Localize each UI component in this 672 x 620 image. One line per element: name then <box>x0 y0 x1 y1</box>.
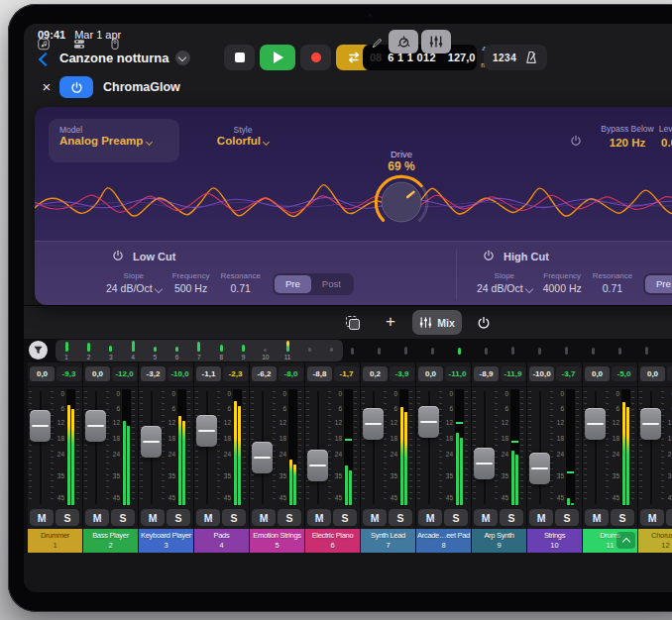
low-cut-slope[interactable]: Slope 24 dB/Oct <box>106 271 162 294</box>
channel-strip-9[interactable]: -8,9 -11,9 061218243545 M S Arp Synth 9 <box>472 362 527 552</box>
high-cut-frequency[interactable]: Frequency 4000 Hz <box>543 271 582 294</box>
mute-button[interactable]: M <box>252 509 276 526</box>
high-cut-pre-button[interactable]: Pre <box>645 275 672 293</box>
volume-value[interactable]: -8,8 <box>307 366 332 381</box>
fader-handle[interactable] <box>640 408 661 440</box>
level-control[interactable]: Level 0.0 <box>631 124 672 149</box>
track-nameplate[interactable]: Emotion Strings 5 <box>250 529 304 553</box>
solo-button[interactable]: S <box>444 509 468 526</box>
solo-button[interactable]: S <box>389 509 412 526</box>
fader-handle[interactable] <box>363 408 384 440</box>
low-cut-pre-button[interactable]: Pre <box>275 275 311 293</box>
channel-strip-6[interactable]: -8,8 -1,7 061218243545 M S Electric Pian… <box>305 362 361 552</box>
track-nameplate[interactable]: Bass Player 2 <box>83 529 138 553</box>
mute-button[interactable]: M <box>585 509 609 526</box>
duplicate-button[interactable] <box>337 310 369 335</box>
fader[interactable]: 061218243545 <box>416 387 471 508</box>
bypass-power-icon[interactable] <box>570 133 582 151</box>
track-nameplate[interactable]: Drums 11 <box>583 529 637 553</box>
mute-button[interactable]: M <box>529 509 553 526</box>
low-cut-power-icon[interactable] <box>112 250 124 263</box>
fader-handle[interactable] <box>196 415 217 447</box>
track-nameplate[interactable]: Electric Piano 6 <box>305 529 360 553</box>
fader[interactable]: 061218243545 <box>305 387 360 508</box>
channel-strip-1[interactable]: 0,0 -9,3 061218243545 M S Drummer 1 <box>28 362 83 552</box>
mix-button[interactable]: Mix <box>412 310 462 335</box>
fader-handle[interactable] <box>141 426 162 458</box>
edit-button[interactable] <box>365 32 389 55</box>
mute-button[interactable]: M <box>30 509 54 526</box>
track-nameplate[interactable]: Arp Synth 9 <box>472 529 526 553</box>
volume-value[interactable]: -6,2 <box>252 366 277 381</box>
collapse-track-button[interactable] <box>616 532 635 549</box>
drive-knob[interactable] <box>370 170 433 234</box>
smart-controls-button[interactable] <box>389 30 418 53</box>
close-plugin-button[interactable]: × <box>38 78 56 96</box>
channel-power-button[interactable] <box>470 310 498 335</box>
high-cut-power-icon[interactable] <box>483 250 495 263</box>
fader-handle[interactable] <box>529 453 550 484</box>
record-button[interactable] <box>300 45 331 70</box>
mute-button[interactable]: M <box>141 509 165 526</box>
fader-handle[interactable] <box>252 442 273 473</box>
fader[interactable]: 061218243545 <box>638 387 672 508</box>
track-nameplate[interactable]: Pads 4 <box>194 529 249 553</box>
plugin-tile-button[interactable] <box>103 32 127 55</box>
channel-strip-4[interactable]: -1,1 -2,3 061218243545 M S Pads 4 <box>194 362 250 552</box>
plugin-power-toggle[interactable] <box>59 76 93 98</box>
fader-handle[interactable] <box>307 450 328 481</box>
mute-button[interactable]: M <box>196 509 220 526</box>
low-cut-frequency[interactable]: Frequency 500 Hz <box>172 271 210 294</box>
low-cut-post-button[interactable]: Post <box>311 275 352 293</box>
style-select[interactable]: Style Colorful <box>195 119 290 162</box>
high-cut-resonance[interactable]: Resonance 0.71 <box>593 271 632 294</box>
mixer-view-button[interactable] <box>421 30 451 53</box>
channel-strip-2[interactable]: 0,0 -12,0 061218243545 M S Bass Player 2 <box>83 362 139 552</box>
channel-strip-11[interactable]: 0,0 -5,0 061218243545 M S Drums 11 <box>583 362 638 552</box>
solo-button[interactable]: S <box>278 509 301 526</box>
volume-value[interactable]: 0,0 <box>585 366 610 381</box>
volume-value[interactable]: 0,0 <box>418 366 443 381</box>
volume-value[interactable]: -8,9 <box>474 366 499 381</box>
fader[interactable]: 061218243545 <box>472 387 526 508</box>
mute-button[interactable]: M <box>640 509 664 526</box>
fader[interactable]: 061218243545 <box>583 387 637 508</box>
solo-button[interactable]: S <box>56 509 79 526</box>
solo-button[interactable]: S <box>500 509 523 526</box>
mute-button[interactable]: M <box>474 509 498 526</box>
fader-handle[interactable] <box>474 448 495 479</box>
channel-strip-3[interactable]: -3,2 -10,0 061218243545 M S Keyboard Pla… <box>139 362 194 552</box>
solo-button[interactable]: S <box>666 509 672 526</box>
channel-strip-8[interactable]: 0,0 -11,0 061218243545 M S Arcade…eet Pa… <box>416 362 472 552</box>
fader[interactable]: 061218243545 <box>361 387 415 508</box>
volume-value[interactable]: 0,0 <box>30 366 55 381</box>
mute-button[interactable]: M <box>307 509 331 526</box>
fader[interactable]: 061218243545 <box>527 387 582 508</box>
solo-button[interactable]: S <box>167 509 190 526</box>
volume-value[interactable]: -1,1 <box>196 366 221 381</box>
fader[interactable]: 061218243545 <box>250 387 304 508</box>
track-nameplate[interactable]: Synth Lead 7 <box>361 529 415 553</box>
fader[interactable]: 061218243545 <box>139 387 193 508</box>
high-cut-slope[interactable]: Slope 24 dB/Oct <box>477 271 532 294</box>
mute-button[interactable]: M <box>363 509 387 526</box>
fader-handle[interactable] <box>85 410 106 442</box>
model-select[interactable]: Model Analog Preamp <box>49 119 179 162</box>
fader-handle[interactable] <box>585 408 606 440</box>
track-nameplate[interactable]: Keyboard Player 3 <box>139 529 193 553</box>
filter-button[interactable] <box>29 341 48 360</box>
channel-strip-10[interactable]: -10,0 -3,7 061218243545 M S Strings 10 <box>527 362 583 552</box>
solo-button[interactable]: S <box>333 509 357 526</box>
overview-visible-range[interactable]: 1234567891011 <box>56 340 343 362</box>
solo-button[interactable]: S <box>222 509 246 526</box>
channel-strip-7[interactable]: 0,2 -3,9 061218243545 M S Synth Lead 7 <box>361 362 416 552</box>
volume-value[interactable]: 0,0 <box>640 366 665 381</box>
play-button[interactable] <box>260 45 295 70</box>
volume-value[interactable]: 0,2 <box>363 366 388 381</box>
solo-button[interactable]: S <box>611 509 634 526</box>
fader[interactable]: 061218243545 <box>28 387 82 508</box>
volume-value[interactable]: -3,2 <box>141 366 166 381</box>
add-track-button[interactable]: + <box>377 310 404 335</box>
solo-button[interactable]: S <box>555 509 579 526</box>
track-nameplate[interactable]: Arcade…eet Pad 8 <box>416 529 471 553</box>
